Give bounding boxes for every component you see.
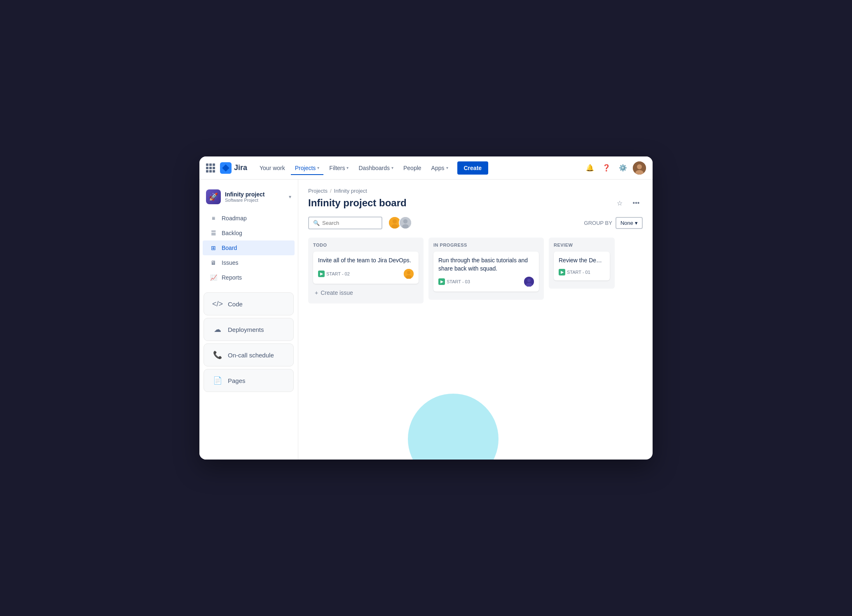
grid-menu-icon[interactable] xyxy=(206,163,215,173)
create-issue-button[interactable]: + Create issue xyxy=(313,287,419,299)
issue-card-start-02[interactable]: Invite all of the team to Jira DevOps. ▶… xyxy=(313,252,419,284)
issue-tag-start-02: ▶ START - 02 xyxy=(318,271,350,277)
search-icon: 🔍 xyxy=(313,220,320,226)
main-content: Projects / Infinity project Infinity pro… xyxy=(298,180,653,460)
nav-projects[interactable]: Projects ▾ xyxy=(291,161,324,175)
reports-icon: 📈 xyxy=(209,273,218,282)
svg-point-11 xyxy=(407,271,410,274)
more-options-button[interactable]: ••• xyxy=(630,196,643,210)
svg-point-5 xyxy=(393,219,397,224)
issue-text-start-03: Run through the basic tutorials and shar… xyxy=(438,257,534,273)
nav-your-work[interactable]: Your work xyxy=(255,161,289,175)
on-call-icon: 📞 xyxy=(212,350,223,360)
breadcrumb-project[interactable]: Infinity project xyxy=(334,188,367,194)
roadmap-icon: ≡ xyxy=(209,214,218,222)
group-by-label: GROUP BY xyxy=(584,220,612,226)
help-icon[interactable]: ❓ xyxy=(600,161,613,175)
column-todo-header: TODO xyxy=(313,243,419,247)
sidebar-item-issues[interactable]: 🖥 Issues xyxy=(203,255,295,270)
sidebar: 🚀 Infinity project Software Project ▾ ≡ … xyxy=(199,180,298,460)
project-chevron-icon: ▾ xyxy=(289,194,291,200)
project-info: Infinity project Software Project xyxy=(225,191,285,203)
column-todo: TODO Invite all of the team to Jira DevO… xyxy=(308,238,424,303)
pages-icon: 📄 xyxy=(212,375,223,386)
nav-dashboards[interactable]: Dashboards ▾ xyxy=(354,161,398,175)
sidebar-item-on-call[interactable]: 📞 On-call schedule xyxy=(204,343,294,366)
jira-logo-text: Jira xyxy=(234,163,247,172)
code-icon: </> xyxy=(212,299,223,309)
projects-chevron-icon: ▾ xyxy=(317,166,319,170)
backlog-icon: ☰ xyxy=(209,229,218,237)
issue-tag-start-03: ▶ START - 03 xyxy=(438,278,470,285)
sidebar-item-code[interactable]: </> Code xyxy=(204,292,294,315)
jira-logo[interactable]: Jira xyxy=(220,162,247,174)
svg-point-9 xyxy=(402,224,409,229)
board-search-field[interactable]: 🔍 xyxy=(308,217,382,229)
page-title: Infinity project board xyxy=(308,197,610,209)
deployments-icon: ☁ xyxy=(212,324,223,335)
group-by-select[interactable]: None ▾ xyxy=(616,217,643,229)
nav-people[interactable]: People xyxy=(399,161,426,175)
sidebar-item-reports[interactable]: 📈 Reports xyxy=(203,270,295,285)
column-review-header: REVIEW xyxy=(554,243,610,247)
search-input[interactable] xyxy=(322,220,377,226)
project-icon: 🚀 xyxy=(206,189,221,204)
star-button[interactable]: ☆ xyxy=(613,196,626,210)
apps-chevron-icon: ▾ xyxy=(446,166,448,170)
issue-footer-start-01: ▶ START - 01 xyxy=(559,269,605,275)
svg-point-14 xyxy=(527,279,531,282)
page-title-row: Infinity project board ☆ ••• xyxy=(308,196,643,210)
svg-point-8 xyxy=(403,219,408,224)
sidebar-item-backlog[interactable]: ☰ Backlog xyxy=(203,226,295,240)
issue-card-start-01[interactable]: Review the DevOps p... ▶ START - 01 xyxy=(554,252,610,280)
create-button[interactable]: Create xyxy=(457,161,489,175)
sidebar-item-pages[interactable]: 📄 Pages xyxy=(204,369,294,392)
sidebar-item-board[interactable]: ⊞ Board xyxy=(203,240,295,255)
nav-apps[interactable]: Apps ▾ xyxy=(427,161,452,175)
issue-tag-icon-start-03: ▶ xyxy=(438,278,445,285)
column-review: REVIEW Review the DevOps p... ▶ START - … xyxy=(549,238,615,289)
filters-chevron-icon: ▾ xyxy=(346,166,349,170)
svg-point-2 xyxy=(637,164,642,169)
sidebar-item-deployments[interactable]: ☁ Deployments xyxy=(204,318,294,341)
issue-assignee-start-03 xyxy=(524,277,534,287)
create-issue-plus-icon: + xyxy=(315,289,318,296)
group-by-section: GROUP BY None ▾ xyxy=(584,217,643,229)
issue-tag-icon-start-01: ▶ xyxy=(559,269,565,275)
project-name: Infinity project xyxy=(225,191,285,198)
breadcrumb-projects[interactable]: Projects xyxy=(308,188,328,194)
dashboards-chevron-icon: ▾ xyxy=(391,166,393,170)
issue-tag-start-01: ▶ START - 01 xyxy=(559,269,590,275)
avatar-user-2[interactable] xyxy=(399,216,412,229)
svg-point-6 xyxy=(391,224,398,229)
board-toolbar: 🔍 xyxy=(308,216,643,229)
board-columns: TODO Invite all of the team to Jira DevO… xyxy=(308,238,643,303)
issue-text-start-02: Invite all of the team to Jira DevOps. xyxy=(318,257,414,265)
issue-text-start-01: Review the DevOps p... xyxy=(559,257,605,265)
board-icon: ⊞ xyxy=(209,244,218,252)
issue-assignee-start-02 xyxy=(404,269,414,279)
settings-icon[interactable]: ⚙️ xyxy=(616,161,630,175)
sidebar-item-roadmap[interactable]: ≡ Roadmap xyxy=(203,211,295,226)
issue-tag-icon-start-02: ▶ xyxy=(318,271,325,277)
avatar-group xyxy=(388,216,412,229)
group-by-chevron-icon: ▾ xyxy=(635,220,638,226)
top-nav: Jira Your work Projects ▾ Filters ▾ Dash… xyxy=(199,156,653,180)
column-in-progress: IN PROGRESS Run through the basic tutori… xyxy=(428,238,544,300)
issue-footer-start-02: ▶ START - 02 xyxy=(318,269,414,279)
project-header[interactable]: 🚀 Infinity project Software Project ▾ xyxy=(199,186,298,211)
project-type: Software Project xyxy=(225,198,285,203)
breadcrumb: Projects / Infinity project xyxy=(308,188,643,194)
user-avatar[interactable] xyxy=(633,161,646,175)
main-layout: 🚀 Infinity project Software Project ▾ ≡ … xyxy=(199,180,653,460)
nav-filters[interactable]: Filters ▾ xyxy=(325,161,353,175)
column-in-progress-header: IN PROGRESS xyxy=(433,243,539,247)
issue-card-start-03[interactable]: Run through the basic tutorials and shar… xyxy=(433,252,539,292)
notifications-icon[interactable]: 🔔 xyxy=(583,161,597,175)
issue-footer-start-03: ▶ START - 03 xyxy=(438,277,534,287)
issues-icon: 🖥 xyxy=(209,259,218,267)
